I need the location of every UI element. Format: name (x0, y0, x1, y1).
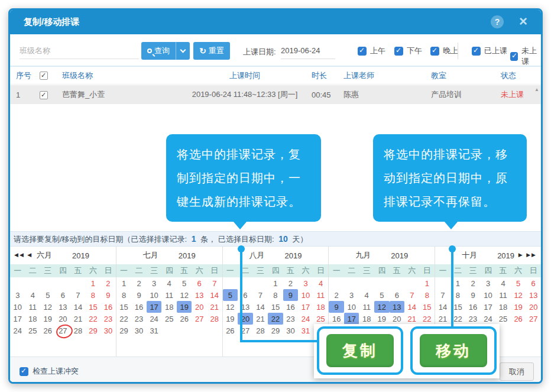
calendar-day[interactable]: 13 (390, 301, 405, 313)
calendar-day[interactable]: 3 (481, 277, 496, 289)
help-icon[interactable]: ? (491, 15, 504, 28)
calendar-day[interactable]: 7 (207, 277, 222, 289)
calendar-day[interactable]: 30 (101, 325, 116, 336)
calendar-day[interactable]: 18 (313, 301, 329, 313)
calendar-day[interactable]: 21 (207, 301, 222, 313)
calendar-day[interactable]: 18 (161, 301, 177, 313)
calendar-day[interactable]: 17 (298, 301, 313, 313)
calendar-day[interactable]: 7 (253, 289, 268, 301)
select-all-checkbox[interactable]: ✓ (40, 72, 48, 80)
calendar-day[interactable]: 19 (177, 301, 192, 313)
calendar-day[interactable]: 12 (40, 301, 56, 313)
calendar-day[interactable]: 5 (40, 289, 56, 301)
calendar-day[interactable]: 15 (268, 301, 283, 313)
search-button[interactable]: 查询 (141, 42, 176, 60)
calendar-day[interactable]: 3 (298, 277, 313, 289)
morning-checkbox[interactable]: ✓ (358, 47, 367, 56)
calendar-day[interactable]: 24 (147, 313, 162, 325)
calendar-day[interactable]: 30 (283, 325, 299, 336)
calendar-day[interactable]: 16 (131, 301, 147, 313)
calendar-day[interactable]: 27 (56, 325, 71, 336)
calendar-day[interactable]: 16 (329, 313, 344, 325)
reset-button[interactable]: ↻ 重置 (193, 42, 230, 60)
calendar-day[interactable]: 7 (404, 289, 420, 301)
calendar-day[interactable]: 12 (223, 301, 238, 313)
calendar-day[interactable]: 18 (495, 301, 511, 313)
calendar-day[interactable]: 29 (116, 325, 132, 336)
calendar-day[interactable]: 20 (526, 301, 541, 313)
calendar-day[interactable]: 4 (495, 277, 511, 289)
calendar-day[interactable]: 19 (223, 313, 238, 325)
next-year-icon[interactable]: ▶▶ (526, 252, 537, 258)
calendar-day[interactable]: 14 (404, 301, 420, 313)
calendar-day[interactable]: 24 (10, 325, 25, 336)
scrollbar-up-icon[interactable]: ▲ (534, 87, 539, 92)
calendar-day[interactable]: 1 (116, 277, 132, 289)
calendar-day[interactable]: 11 (313, 289, 329, 301)
calendar-day[interactable]: 22 (420, 313, 435, 325)
calendar-day[interactable]: 15 (116, 301, 132, 313)
calendar-day[interactable]: 16 (283, 301, 299, 313)
calendar-day[interactable]: 26 (511, 313, 526, 325)
calendar-day[interactable]: 5 (177, 277, 192, 289)
calendar-day[interactable]: 9 (283, 289, 299, 301)
conflict-checkbox[interactable]: ✓ (20, 367, 28, 376)
calendar-day[interactable]: 12 (374, 301, 390, 313)
calendar-day[interactable]: 23 (283, 313, 299, 325)
calendar-day[interactable]: 15 (420, 301, 435, 313)
prev-month-icon[interactable]: ◀ (27, 252, 33, 258)
calendar-day[interactable]: 21 (253, 313, 268, 325)
calendar-day[interactable]: 23 (101, 313, 116, 325)
calendar-day[interactable]: 7 (435, 289, 450, 301)
calendar-day[interactable]: 17 (10, 313, 25, 325)
calendar-day[interactable]: 3 (10, 289, 25, 301)
calendar-day[interactable]: 25 (161, 313, 177, 325)
cancel-button[interactable]: 取消 (500, 362, 534, 381)
calendar-day[interactable]: 2 (283, 277, 299, 289)
calendar-day[interactable]: 6 (526, 277, 541, 289)
calendar-day[interactable]: 29 (268, 325, 283, 336)
calendar-day[interactable]: 24 (481, 313, 496, 325)
calendar-day[interactable]: 7 (70, 289, 86, 301)
move-button[interactable]: 移动 (420, 334, 487, 367)
calendar-day[interactable]: 31 (298, 325, 313, 336)
calendar-day[interactable]: 8 (116, 289, 132, 301)
calendar-day[interactable]: 10 (298, 289, 313, 301)
calendar-day[interactable]: 10 (147, 289, 162, 301)
calendar-day[interactable]: 21 (435, 313, 450, 325)
row-checkbox[interactable]: ✓ (40, 91, 48, 99)
calendar-day[interactable]: 20 (390, 313, 405, 325)
calendar-day[interactable]: 11 (25, 301, 41, 313)
calendar-day[interactable]: 17 (481, 301, 496, 313)
calendar-day[interactable]: 5 (374, 289, 390, 301)
calendar-day[interactable]: 12 (177, 289, 192, 301)
calendar-day[interactable]: 3 (147, 277, 162, 289)
calendar-day[interactable]: 3 (344, 289, 359, 301)
calendar-day[interactable]: 9 (329, 301, 344, 313)
calendar-day[interactable]: 4 (359, 289, 374, 301)
calendar-day[interactable]: 10 (481, 289, 496, 301)
calendar-day[interactable]: 22 (86, 313, 101, 325)
calendar-day[interactable]: 2 (101, 277, 116, 289)
close-icon[interactable]: × (519, 12, 527, 30)
calendar-day[interactable]: 26 (177, 313, 192, 325)
calendar-day[interactable]: 24 (298, 313, 313, 325)
calendar-day[interactable]: 28 (253, 325, 268, 336)
calendar-day[interactable]: 2 (131, 277, 147, 289)
prev-year-icon[interactable]: ◀◀ (14, 252, 25, 258)
calendar-day[interactable]: 4 (161, 277, 177, 289)
calendar-day[interactable]: 8 (420, 289, 435, 301)
calendar-day[interactable]: 20 (192, 301, 207, 313)
calendar-next-nav[interactable]: ▶ ▶▶ (518, 252, 537, 258)
calendar-day[interactable]: 20 (56, 313, 71, 325)
calendar-day[interactable]: 13 (192, 289, 207, 301)
calendar-day[interactable]: 22 (116, 313, 132, 325)
calendar-day[interactable]: 31 (147, 325, 162, 336)
calendar-day[interactable]: 21 (70, 313, 86, 325)
calendar-day[interactable]: 14 (207, 289, 222, 301)
next-month-icon[interactable]: ▶ (518, 252, 524, 258)
calendar-day[interactable]: 21 (404, 313, 420, 325)
afternoon-checkbox[interactable]: ✓ (394, 47, 403, 56)
calendar-day[interactable]: 19 (40, 313, 56, 325)
calendar-day[interactable]: 2 (329, 289, 344, 301)
